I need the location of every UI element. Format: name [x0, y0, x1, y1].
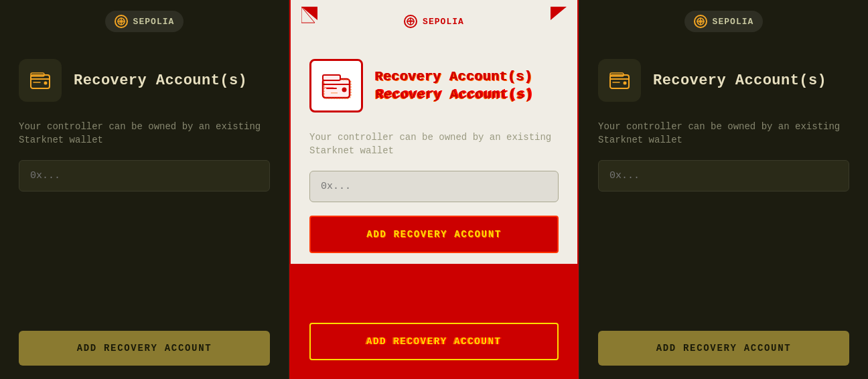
left-address-input[interactable]	[19, 160, 270, 192]
triangle-flag-right	[542, 7, 567, 29]
left-recovery-title: Recovery Account(s)	[74, 72, 247, 89]
center-panel: SEPOLIA	[289, 0, 579, 379]
right-panel: SEPOLIA Recovery Account(s) Your control…	[579, 0, 868, 379]
right-add-button[interactable]: ADD RECOVERY ACCOUNT	[598, 331, 849, 366]
right-wallet-icon-box	[598, 59, 641, 102]
right-network-badge[interactable]: SEPOLIA	[684, 11, 764, 32]
left-network-badge[interactable]: SEPOLIA	[105, 11, 184, 32]
right-content: Recovery Account(s) Your controller can …	[579, 43, 868, 317]
left-add-button[interactable]: ADD RECOVERY ACCOUNT	[19, 331, 270, 366]
left-network-label: SEPOLIA	[133, 17, 175, 27]
svg-rect-15	[610, 75, 629, 88]
center-content: Recovery Account(s) Recovery Account(s) …	[291, 43, 577, 264]
right-network-icon	[694, 15, 707, 28]
center-recovery-title-2: Recovery Account(s)	[375, 87, 533, 102]
center-recovery-header: Recovery Account(s) Recovery Account(s)	[309, 59, 559, 112]
center-network-icon	[404, 15, 417, 28]
right-description: Your controller can be owned by an exist…	[598, 121, 849, 147]
center-header: SEPOLIA	[291, 0, 577, 43]
center-network-badge[interactable]: SEPOLIA	[394, 11, 474, 32]
center-recovery-titles: Recovery Account(s) Recovery Account(s)	[375, 69, 533, 102]
left-recovery-header: Recovery Account(s)	[19, 59, 270, 102]
center-address-input[interactable]	[309, 171, 559, 202]
center-wallet-icon-box	[309, 59, 363, 112]
right-address-input[interactable]	[598, 160, 849, 192]
right-recovery-header: Recovery Account(s)	[598, 59, 849, 102]
right-network-label: SEPOLIA	[713, 17, 754, 27]
center-top-section: SEPOLIA	[291, 0, 577, 264]
svg-rect-10	[323, 75, 340, 80]
left-panel: SEPOLIA Recovery Account(s) Your control…	[0, 0, 289, 379]
left-footer: ADD RECOVERY ACCOUNT	[0, 317, 289, 379]
left-wallet-icon-box	[19, 59, 62, 102]
svg-rect-12	[324, 87, 334, 88]
right-header: SEPOLIA	[579, 0, 868, 43]
svg-point-3	[44, 82, 48, 85]
left-header: SEPOLIA	[0, 0, 289, 43]
left-content: Recovery Account(s) Your controller can …	[0, 43, 289, 317]
svg-marker-7	[551, 7, 567, 20]
right-recovery-title: Recovery Account(s)	[653, 72, 826, 89]
center-add-button-top[interactable]: ADD RECOVERY ACCOUNT	[309, 216, 559, 253]
svg-rect-13	[331, 92, 338, 94]
svg-rect-1	[31, 75, 50, 88]
center-description: Your controller can be owned by an exist…	[309, 131, 559, 157]
center-add-button-bottom[interactable]: ADD RECOVERY ACCOUNT	[309, 323, 559, 360]
right-footer: ADD RECOVERY ACCOUNT	[579, 317, 868, 379]
svg-point-17	[624, 82, 627, 85]
svg-point-11	[342, 88, 347, 92]
center-network-label: SEPOLIA	[423, 17, 464, 27]
triangle-flag-left	[301, 7, 326, 29]
left-network-icon	[115, 15, 128, 28]
center-bottom-section: ADD RECOVERY ACCOUNT	[291, 264, 577, 379]
left-description: Your controller can be owned by an exist…	[19, 121, 270, 147]
center-recovery-title-1: Recovery Account(s)	[375, 69, 533, 84]
